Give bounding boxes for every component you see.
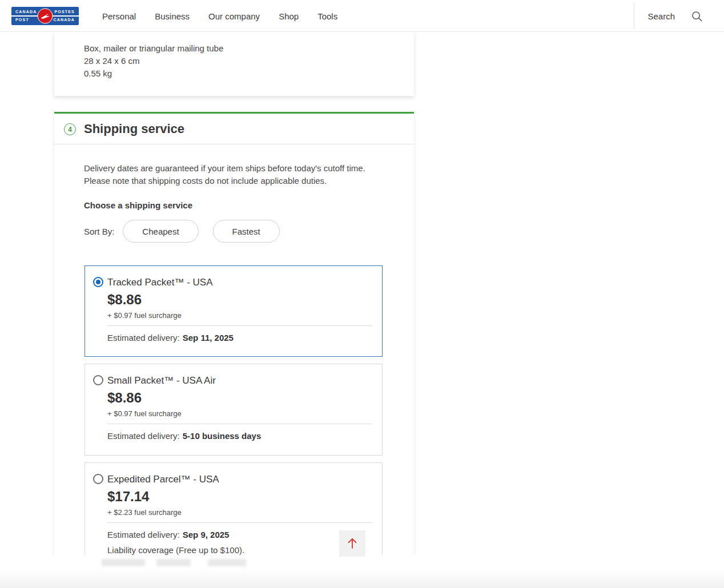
header-divider xyxy=(634,3,634,29)
sort-fastest-button[interactable]: Fastest xyxy=(213,220,280,243)
service-option-expedited-parcel-usa[interactable]: Expedited Parcel™ - USA $17.14 + $2.23 f… xyxy=(85,462,383,555)
delivery-date: Sep 11, 2025 xyxy=(183,333,234,343)
radio-selected[interactable] xyxy=(93,277,103,287)
radio-unselected[interactable] xyxy=(93,474,103,484)
nav-our-company[interactable]: Our company xyxy=(208,11,260,21)
liability-coverage-note: Liability coverage (Free up to $100). xyxy=(107,545,244,555)
delivery-date: Sep 9, 2025 xyxy=(183,530,230,539)
delivery-label: Estimated delivery: xyxy=(107,333,180,343)
service-option-small-packet-usa-air[interactable]: Small Packet™ - USA Air $8.86 + $0.97 fu… xyxy=(85,364,383,456)
fuel-surcharge: + $0.97 fuel surcharge xyxy=(107,311,182,320)
service-name: Expedited Parcel™ - USA xyxy=(107,474,219,485)
sort-cheapest-button[interactable]: Cheapest xyxy=(123,220,198,243)
radio-unselected[interactable] xyxy=(93,375,103,385)
sort-by-label: Sort By: xyxy=(84,227,114,236)
package-dimensions: 28 x 24 x 6 cm xyxy=(84,56,140,66)
estimated-delivery: Estimated delivery:5-10 business days xyxy=(107,431,261,441)
nav-business[interactable]: Business xyxy=(155,11,190,21)
back-to-top-button[interactable] xyxy=(339,530,365,557)
divider xyxy=(107,424,372,424)
nav-personal[interactable]: Personal xyxy=(102,11,136,21)
fuel-surcharge: + $2.23 fuel surcharge xyxy=(107,508,182,517)
delivery-label: Estimated delivery: xyxy=(107,530,180,539)
faded-content-placeholder xyxy=(208,559,246,566)
section-title: Shipping service xyxy=(84,122,184,136)
page: CANADA POSTES POST CANADA Personal Busin… xyxy=(0,0,724,588)
footer-strip xyxy=(0,569,724,588)
canada-post-logo[interactable]: CANADA POSTES POST CANADA xyxy=(11,7,79,25)
logo-text-canada2: CANADA xyxy=(53,18,75,22)
faded-content-placeholder xyxy=(156,559,191,566)
divider xyxy=(107,325,372,326)
faded-content-placeholder xyxy=(102,559,145,566)
service-name: Small Packet™ - USA Air xyxy=(107,375,216,386)
logo-text-postes: POSTES xyxy=(54,10,75,14)
up-arrow-icon xyxy=(345,536,360,551)
choose-service-heading: Choose a shipping service xyxy=(84,200,192,210)
step-number-badge: 4 xyxy=(64,123,76,135)
delivery-label: Estimated delivery: xyxy=(107,431,180,441)
section-description: Delivery dates are guaranteed if your it… xyxy=(84,162,388,187)
main-nav: Personal Business Our company Shop Tools xyxy=(102,0,337,32)
nav-tools[interactable]: Tools xyxy=(317,11,337,21)
search-icon[interactable] xyxy=(691,10,703,22)
package-weight: 0.55 kg xyxy=(84,69,112,78)
estimated-delivery: Estimated delivery:Sep 11, 2025 xyxy=(107,333,234,343)
estimated-delivery: Estimated delivery:Sep 9, 2025 xyxy=(107,530,229,539)
sort-by-row: Sort By: Cheapest Fastest xyxy=(84,220,294,243)
delivery-date: 5-10 business days xyxy=(183,431,262,441)
top-navigation-bar: CANADA POSTES POST CANADA Personal Busin… xyxy=(0,0,724,32)
package-summary-card: Box, mailer or triangular mailing tube 2… xyxy=(54,31,414,96)
canada-post-wing-icon xyxy=(38,9,53,24)
service-price: $17.14 xyxy=(107,489,149,505)
service-option-tracked-packet-usa[interactable]: Tracked Packet™ - USA $8.86 + $0.97 fuel… xyxy=(85,265,383,357)
search-control[interactable]: Search xyxy=(647,0,703,32)
service-price: $8.86 xyxy=(107,292,142,308)
service-price: $8.86 xyxy=(107,390,142,406)
shipping-service-section: 4 Shipping service Delivery dates are gu… xyxy=(54,112,414,555)
divider xyxy=(107,522,372,523)
search-label[interactable]: Search xyxy=(647,11,675,21)
section-header: 4 Shipping service xyxy=(54,114,414,144)
service-name: Tracked Packet™ - USA xyxy=(107,277,213,288)
nav-shop[interactable]: Shop xyxy=(279,11,299,21)
logo-text-canada: CANADA xyxy=(15,10,37,14)
logo-text-post: POST xyxy=(15,18,29,22)
fuel-surcharge: + $0.97 fuel surcharge xyxy=(107,409,182,418)
package-type: Box, mailer or triangular mailing tube xyxy=(84,43,223,53)
